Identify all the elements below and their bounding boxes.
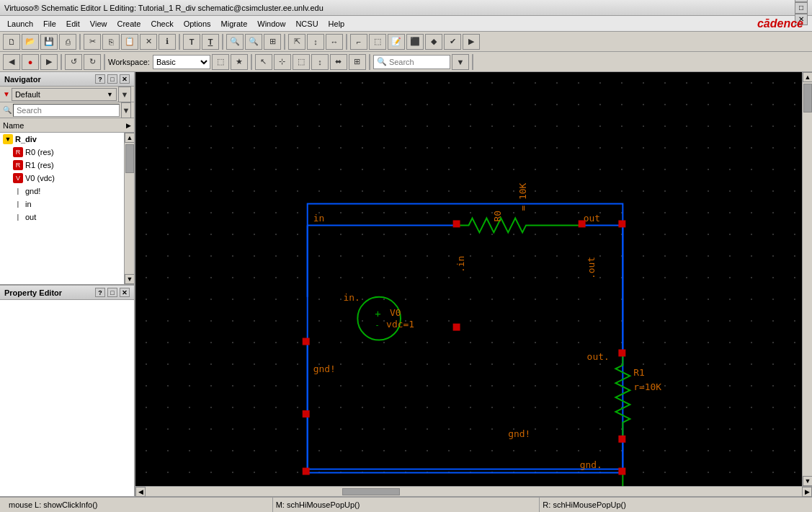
maximize-button[interactable]: □ — [795, 2, 808, 14]
nav-search-arrow[interactable]: ▼ — [121, 102, 131, 118]
svg-rect-31 — [453, 324, 460, 331]
menu-view[interactable]: View — [86, 18, 112, 30]
tb2-select3[interactable]: ⬚ — [293, 54, 310, 70]
menu-options[interactable]: Options — [179, 18, 215, 30]
tb2-btn1[interactable]: ◀ — [3, 54, 20, 70]
tb-wire[interactable]: ⌐ — [350, 34, 367, 50]
svg-rect-32 — [579, 220, 586, 227]
tb-text[interactable]: T — [183, 34, 200, 50]
tree-R1[interactable]: R R1 (res) — [0, 159, 124, 172]
h-scroll-track[interactable] — [146, 487, 802, 496]
scroll-track-v[interactable] — [803, 82, 812, 476]
tb-check[interactable]: ✔ — [444, 34, 461, 50]
nav-scroll-down[interactable]: ▼ — [125, 274, 134, 284]
nav-scroll-up[interactable]: ▲ — [125, 133, 134, 143]
tb-move[interactable]: ⇱ — [288, 34, 305, 50]
tb-label[interactable]: 📝 — [388, 34, 405, 50]
tb2-sep2 — [104, 54, 105, 70]
pe-float[interactable]: □ — [107, 288, 117, 297]
tb-text2[interactable]: T — [202, 34, 219, 50]
nav-tree-scroll: ▲ ▼ — [124, 133, 134, 284]
scroll-left-btn[interactable]: ◀ — [135, 487, 146, 497]
tb-new[interactable]: 🗋 — [3, 34, 20, 50]
name-col-header: Name — [3, 121, 126, 130]
tb-open[interactable]: 📂 — [22, 34, 39, 50]
tb-flip-v[interactable]: ↕ — [307, 34, 324, 50]
tb2-select4[interactable]: ↕ — [311, 54, 329, 70]
navigator-close[interactable]: ✕ — [120, 74, 130, 84]
svg-rect-38 — [303, 410, 310, 418]
menu-help[interactable]: Help — [324, 18, 349, 30]
pe-close[interactable]: ✕ — [120, 288, 130, 297]
scroll-down-btn[interactable]: ▼ — [803, 476, 812, 486]
navigator-help[interactable]: ? — [95, 74, 105, 84]
menu-edit[interactable]: Edit — [62, 18, 84, 30]
scroll-thumb-v[interactable] — [803, 84, 812, 112]
tb2-btn4[interactable]: ↺ — [65, 54, 82, 70]
menu-check[interactable]: Check — [146, 18, 177, 30]
menu-window[interactable]: Window — [253, 18, 290, 30]
tb-delete[interactable]: ✕ — [140, 34, 157, 50]
pe-help[interactable]: ? — [95, 288, 105, 297]
tb2-btn5[interactable]: ↻ — [84, 54, 101, 70]
navigator-search-input[interactable] — [13, 104, 120, 117]
tb-zoom-fit[interactable]: ⊞ — [264, 34, 281, 50]
tree-R-div[interactable]: ▼ R_div — [0, 133, 124, 146]
navigator-float[interactable]: □ — [107, 74, 117, 84]
tb2-sep1 — [61, 54, 62, 70]
svg-text:in.: in. — [343, 292, 360, 303]
svg-rect-36 — [618, 468, 625, 475]
nav-scroll-thumb[interactable] — [125, 144, 134, 173]
tb-port[interactable]: ⬚ — [369, 34, 386, 50]
tb2-ws-btn1[interactable]: ⬚ — [212, 54, 229, 70]
title-text: Virtuoso® Schematic Editor L Editing: Tu… — [4, 4, 324, 12]
tb-copy[interactable]: ⎘ — [102, 34, 120, 50]
svg-text:in: in — [313, 213, 325, 224]
workspace-select[interactable]: Basic — [153, 55, 210, 69]
menu-file[interactable]: File — [39, 18, 61, 30]
tb-inst[interactable]: ⬛ — [406, 34, 424, 50]
tree-gnd[interactable]: | gnd! — [0, 185, 124, 198]
tb-paste[interactable]: 📋 — [121, 34, 138, 50]
res-icon-R1: R — [13, 160, 23, 170]
menu-migrate[interactable]: Migrate — [217, 18, 252, 30]
name-scroll-right[interactable]: ▶ — [126, 122, 131, 129]
menu-create[interactable]: Create — [112, 18, 145, 30]
tree-V0[interactable]: V V0 (vdc) — [0, 172, 124, 185]
title-bar: Virtuoso® Schematic Editor L Editing: Tu… — [0, 0, 812, 16]
h-scroll-thumb[interactable] — [342, 488, 400, 495]
scroll-up-btn[interactable]: ▲ — [803, 72, 812, 82]
schematic-canvas[interactable]: + - V0 vdc=1 in. R0 = 10K — [135, 72, 802, 486]
tb-sim[interactable]: ▶ — [463, 34, 480, 50]
filter-dropdown[interactable]: Default ▼ — [12, 88, 117, 101]
tb2-select5[interactable]: ⬌ — [330, 54, 347, 70]
navigator: Navigator ? □ ✕ ▼ Default ▼ ▼ 🔍 — [0, 72, 134, 286]
tb2-select6[interactable]: ⊞ — [349, 54, 366, 70]
tb-print[interactable]: ⎙ — [59, 34, 76, 50]
menu-ncsu[interactable]: NCSU — [291, 18, 322, 30]
tree-in[interactable]: | in — [0, 198, 124, 211]
nav-scroll-track[interactable] — [125, 143, 134, 274]
tb2-select1[interactable]: ↖ — [255, 54, 272, 70]
menu-launch[interactable]: Launch — [3, 18, 37, 30]
tree-R0[interactable]: R R0 (res) — [0, 146, 124, 159]
svg-text:gnd!: gnd! — [313, 363, 336, 374]
filter-arrow-btn[interactable]: ▼ — [118, 87, 131, 102]
tb2-select2[interactable]: ⊹ — [274, 54, 291, 70]
tb-save[interactable]: 💾 — [40, 34, 58, 50]
tb-prop[interactable]: ℹ — [159, 34, 176, 50]
tb-zoom-in[interactable]: 🔍 — [226, 34, 244, 50]
svg-rect-30 — [453, 220, 460, 227]
search-input[interactable] — [389, 58, 447, 66]
tb-zoom-out[interactable]: 🔍 — [245, 34, 262, 50]
tb-cut[interactable]: ✂ — [84, 34, 101, 50]
tree-label-gnd: gnd! — [25, 187, 40, 195]
tb-pin[interactable]: ◆ — [425, 34, 442, 50]
scroll-right-btn[interactable]: ▶ — [802, 487, 812, 497]
tree-out[interactable]: | out — [0, 211, 124, 224]
tb2-search-dropdown[interactable]: ▼ — [452, 54, 469, 70]
tb2-btn3[interactable]: ▶ — [40, 54, 58, 70]
tb2-ws-btn2[interactable]: ★ — [231, 54, 248, 70]
tb2-btn2[interactable]: ● — [22, 54, 39, 70]
tb-flip-h[interactable]: ↔ — [326, 34, 343, 50]
